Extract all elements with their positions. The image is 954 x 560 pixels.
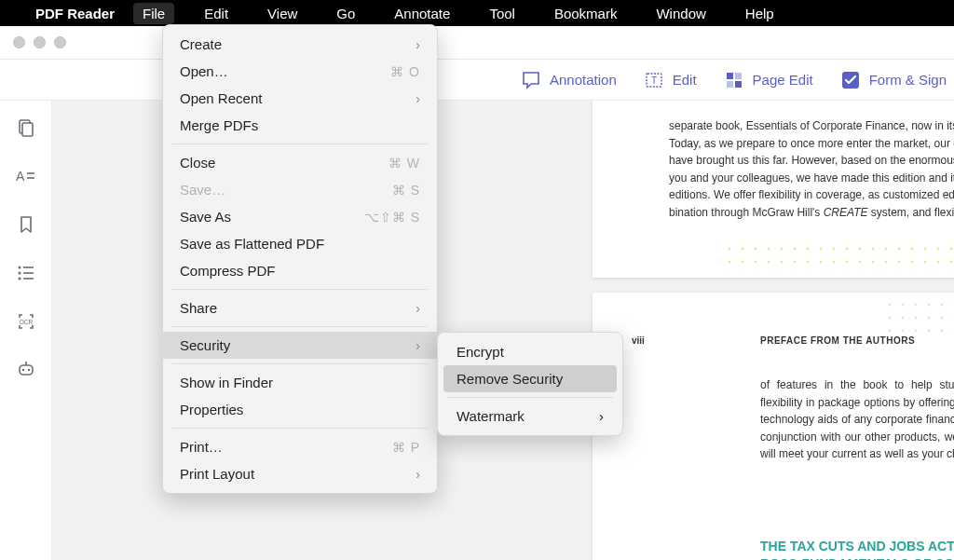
- menubar-bookmark[interactable]: Bookmark: [545, 3, 627, 24]
- menu-separator: [172, 326, 428, 327]
- svg-text:OCR: OCR: [19, 319, 33, 325]
- app-name[interactable]: PDF Reader: [35, 6, 115, 21]
- svg-point-21: [25, 362, 27, 363]
- toolbar-edit-label: Edit: [673, 72, 697, 88]
- ai-assistant-icon[interactable]: [16, 360, 36, 380]
- bookmark-icon[interactable]: [16, 214, 36, 235]
- chevron-right-icon: ›: [416, 467, 420, 482]
- menubar-help[interactable]: Help: [736, 3, 784, 24]
- menu-create[interactable]: Create›: [163, 31, 437, 58]
- menubar-view[interactable]: View: [258, 3, 307, 24]
- menubar-tool[interactable]: Tool: [480, 3, 525, 24]
- macos-menubar: PDF Reader File Edit View Go Annotate To…: [0, 0, 954, 26]
- annotation-icon: [522, 71, 540, 89]
- traffic-light-close-icon[interactable]: [13, 36, 25, 48]
- submenu-watermark[interactable]: Watermark›: [443, 403, 617, 430]
- page2-body-text: of features in the book to help students…: [630, 376, 954, 463]
- svg-point-23: [27, 369, 29, 371]
- svg-point-22: [21, 369, 23, 371]
- svg-rect-5: [735, 81, 742, 88]
- menu-save-flattened[interactable]: Save as Flattened PDF: [163, 230, 437, 257]
- svg-text:A: A: [16, 169, 25, 184]
- chevron-right-icon: ›: [416, 37, 420, 52]
- window-titlebar: [0, 26, 954, 60]
- submenu-remove-security[interactable]: Remove Security: [443, 365, 617, 392]
- menu-open[interactable]: Open…⌘ O: [163, 58, 437, 85]
- chevron-right-icon: ›: [416, 338, 420, 353]
- menu-separator: [172, 428, 428, 429]
- menu-save: Save…⌘ S: [163, 176, 437, 203]
- menu-save-as[interactable]: Save As⌥⇧⌘ S: [163, 203, 437, 230]
- chevron-right-icon: ›: [599, 408, 604, 424]
- toolbar-annotation-button[interactable]: Annotation: [522, 71, 617, 89]
- menu-share[interactable]: Share›: [163, 294, 437, 321]
- menubar-edit[interactable]: Edit: [195, 3, 238, 24]
- decorative-dots-icon: [883, 298, 954, 332]
- main-area: A OCR separate book, Essentials of Corpo…: [0, 101, 954, 560]
- text-annotations-icon[interactable]: A: [16, 166, 36, 186]
- svg-rect-3: [735, 73, 742, 79]
- submenu-encrypt[interactable]: Encrypt: [443, 338, 617, 365]
- app-toolbar: Annotation T Edit Page Edit Form & Sign: [0, 60, 954, 101]
- traffic-light-minimize-icon[interactable]: [34, 36, 46, 48]
- menu-print[interactable]: Print…⌘ P: [163, 433, 437, 460]
- toolbar-form-sign-label: Form & Sign: [869, 72, 947, 88]
- edit-text-icon: T: [645, 71, 663, 89]
- svg-rect-2: [727, 73, 733, 79]
- toolbar-page-edit-button[interactable]: Page Edit: [725, 71, 813, 89]
- ocr-icon[interactable]: OCR: [16, 311, 36, 332]
- svg-text:T: T: [651, 75, 657, 86]
- svg-rect-4: [727, 81, 733, 88]
- menu-compress-pdf[interactable]: Compress PDF: [163, 257, 437, 284]
- outline-icon[interactable]: [16, 263, 36, 283]
- chevron-right-icon: ›: [416, 91, 420, 106]
- menu-separator: [172, 363, 428, 364]
- toolbar-form-sign-button[interactable]: Form & Sign: [841, 71, 947, 89]
- page-number-roman: viii: [632, 334, 645, 348]
- traffic-light-zoom-icon[interactable]: [54, 36, 66, 48]
- decorative-dots-icon: [723, 242, 954, 274]
- chevron-right-icon: ›: [416, 301, 420, 316]
- page1-text: separate book, Essentials of Corporate F…: [669, 117, 954, 222]
- left-sidebar: A OCR: [0, 101, 52, 560]
- file-menu-dropdown: Create› Open…⌘ O Open Recent› Merge PDFs…: [162, 24, 438, 494]
- svg-rect-8: [22, 123, 33, 136]
- pdf-page-2: viii PREFACE FROM THE AUTHORS of feature…: [593, 293, 954, 560]
- page-edit-icon: [725, 71, 743, 89]
- menu-security[interactable]: Security›: [163, 332, 437, 359]
- menubar-file[interactable]: File: [133, 3, 174, 24]
- menu-separator: [447, 397, 613, 398]
- menu-separator: [172, 289, 428, 290]
- page2-heading: THE TAX CUTS AND JOBS ACT (TCJA) IS IN R…: [630, 538, 954, 560]
- menu-properties[interactable]: Properties: [163, 396, 437, 423]
- menu-print-layout[interactable]: Print Layout›: [163, 460, 437, 487]
- pdf-page-1: separate book, Essentials of Corporate F…: [593, 101, 954, 278]
- toolbar-edit-button[interactable]: T Edit: [645, 71, 697, 89]
- toolbar-annotation-label: Annotation: [550, 72, 617, 88]
- menu-close[interactable]: Close⌘ W: [163, 149, 437, 176]
- security-submenu: Encrypt Remove Security Watermark›: [437, 332, 623, 436]
- menu-separator: [172, 143, 428, 144]
- menu-show-in-finder[interactable]: Show in Finder: [163, 369, 437, 396]
- menubar-window[interactable]: Window: [647, 3, 715, 24]
- svg-rect-19: [20, 365, 33, 375]
- menu-open-recent[interactable]: Open Recent›: [163, 85, 437, 112]
- svg-point-14: [18, 272, 20, 275]
- menu-merge-pdfs[interactable]: Merge PDFs: [163, 112, 437, 139]
- menubar-annotate[interactable]: Annotate: [385, 3, 459, 24]
- toolbar-page-edit-label: Page Edit: [753, 72, 813, 88]
- thumbnails-icon[interactable]: [16, 117, 36, 138]
- menubar-go[interactable]: Go: [327, 3, 364, 24]
- svg-point-12: [18, 266, 20, 269]
- running-header: PREFACE FROM THE AUTHORS: [760, 334, 915, 348]
- form-sign-icon: [841, 71, 860, 89]
- svg-point-16: [18, 278, 20, 280]
